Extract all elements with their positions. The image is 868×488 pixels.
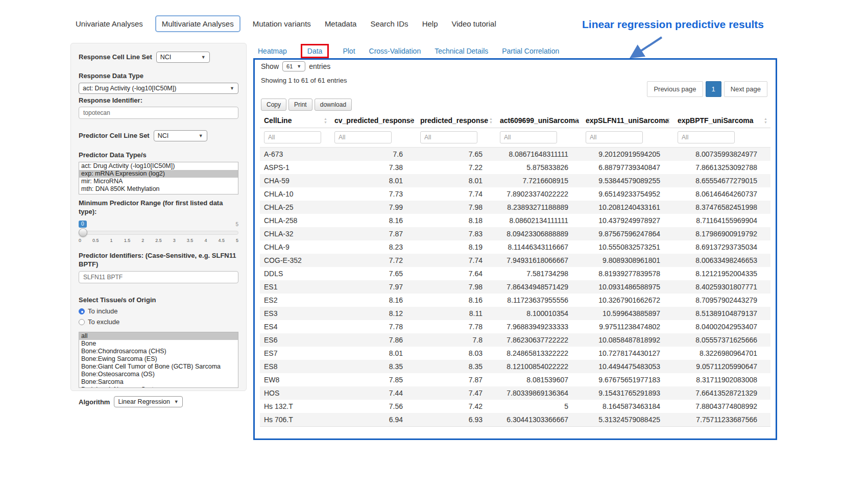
table-row[interactable]: HOS7.447.477.803398691363649.15431765291… <box>260 386 770 400</box>
tab-plot[interactable]: Plot <box>343 45 355 57</box>
download-button[interactable]: download <box>315 99 352 111</box>
column-header-cv-predicted-response[interactable]: cv_predicted_response▲▼ <box>330 113 416 128</box>
filter-input-act609699-unisarcoma[interactable] <box>500 131 557 143</box>
value-cell: 8.12100854022222 <box>496 360 582 373</box>
tissue-option-bone-sarcoma[interactable]: Bone:Sarcoma <box>79 378 238 386</box>
sort-icon[interactable]: ▲▼ <box>409 116 413 124</box>
tab-partial-correlation[interactable]: Partial Correlation <box>502 45 559 57</box>
predictor-type-option-mir-microrna[interactable]: mir: MicroRNA <box>79 178 238 185</box>
tab-cross-validation[interactable]: Cross-Validation <box>369 45 421 57</box>
slider-handle[interactable] <box>79 228 87 237</box>
page-1-button[interactable]: 1 <box>706 81 721 97</box>
tissue-option-bone-osteosarcoma-os[interactable]: Bone:Osteosarcoma (OS) <box>79 371 238 378</box>
table-row[interactable]: CHA-598.018.017.72166089159.538445790892… <box>260 174 770 187</box>
sort-icon[interactable]: ▲▼ <box>575 116 578 124</box>
nav-tab-search-ids[interactable]: Search IDs <box>369 16 409 32</box>
table-row[interactable]: CHLA-327.877.838.094233068888899.8756759… <box>260 227 770 240</box>
table-row[interactable]: Hs 132.T7.567.4258.16458734631847.880437… <box>260 400 770 413</box>
table-row[interactable]: CHLA-2588.168.188.0860213411111110.43792… <box>260 214 770 227</box>
table-row[interactable]: ES28.168.168.1172363795555610.3267901662… <box>260 294 770 307</box>
table-row[interactable]: EW87.857.878.0815396079.676756519771838.… <box>260 373 770 386</box>
table-row[interactable]: CHLA-98.238.198.1144634311666710.5550832… <box>260 240 770 254</box>
print-button[interactable]: Print <box>288 99 312 111</box>
filter-input-cv-predicted-response[interactable] <box>334 131 392 143</box>
column-header-act609699-unisarcoma[interactable]: act609699_uniSarcoma▲▼ <box>496 113 582 128</box>
filter-input-expbptf-unisarcoma[interactable] <box>678 131 735 143</box>
nav-tab-univariate-analyses[interactable]: Univariate Analyses <box>74 16 144 32</box>
column-header-cellline[interactable]: CellLine▲▼ <box>260 113 330 128</box>
table-row[interactable]: ES38.128.118.10001035410.5996438858978.5… <box>260 307 770 320</box>
column-header-expbptf-unisarcoma[interactable]: expBPTF_uniSarcoma▲▼ <box>673 113 770 128</box>
value-cell: 7.86434948571429 <box>496 280 582 294</box>
tab-technical-details[interactable]: Technical Details <box>435 45 488 57</box>
tissue-option-bone-chondrosarcoma-chs[interactable]: Bone:Chondrosarcoma (CHS) <box>79 348 238 355</box>
sort-icon[interactable]: ▲▼ <box>764 116 767 124</box>
table-row[interactable]: ES47.787.787.968839492333339.97511238474… <box>260 320 770 333</box>
tab-data[interactable]: Data <box>301 44 329 58</box>
tissue-include-radio[interactable]: To include <box>79 307 238 315</box>
chevron-down-icon: ▼ <box>297 64 301 69</box>
response-data-type-select[interactable]: act: Drug Activity (-log10[IC50M]) ▼ <box>79 83 238 94</box>
filter-input-cellline[interactable] <box>264 131 321 143</box>
tissue-option-all[interactable]: all <box>79 332 238 340</box>
value-cell: 7.66413528721329 <box>673 386 770 400</box>
filter-input-expslfn11-unisarcoma[interactable] <box>586 131 643 143</box>
sort-icon[interactable]: ▲▼ <box>667 116 670 124</box>
algorithm-select[interactable]: Linear Regression ▼ <box>114 396 182 407</box>
predictor-type-option-act-drug-activity-log10-ic50m[interactable]: act: Drug Activity (-log10[IC50M]) <box>79 162 238 170</box>
table-row[interactable]: DDLS7.657.647.5817342988.819392778395788… <box>260 267 770 280</box>
nav-tab-metadata[interactable]: Metadata <box>323 16 358 32</box>
sort-icon[interactable]: ▲▼ <box>324 116 327 124</box>
table-filter-row <box>260 128 770 148</box>
table-row[interactable]: ES17.977.987.8643494857142910.0931486588… <box>260 280 770 294</box>
cell-line-cell: HOS <box>260 386 330 400</box>
table-row[interactable]: CHLA-107.737.747.890233740222229.6514923… <box>260 187 770 201</box>
min-predictor-range-slider[interactable]: 0 5 00.511.522.533.544.55 <box>79 221 238 246</box>
table-row[interactable]: ES88.358.358.1210085402222210.4494475483… <box>260 360 770 373</box>
predictor-cell-line-set-select[interactable]: NCI ▼ <box>154 130 207 141</box>
table-row[interactable]: ES78.018.038.2486581332222210.7278174430… <box>260 347 770 360</box>
nav-tab-multivariate-analyses[interactable]: Multivariate Analyses <box>155 15 240 32</box>
table-row[interactable]: COG-E-3527.727.747.949316180666679.80893… <box>260 254 770 267</box>
showing-entries-text: Showing 1 to 61 of 61 entries <box>261 77 347 84</box>
next-page-button[interactable]: Next page <box>724 81 767 97</box>
table-row[interactable]: ES67.867.87.8623063772222210.08584878189… <box>260 333 770 347</box>
predictor-type-option-mth-dna-850k-methylation[interactable]: mth: DNA 850K Methylation <box>79 185 238 193</box>
tab-heatmap[interactable]: Heatmap <box>258 45 287 57</box>
column-header-predicted-response[interactable]: predicted_response▲▼ <box>416 113 496 128</box>
tissue-exclude-radio[interactable]: To exclude <box>79 318 238 326</box>
response-cell-line-set-select[interactable]: NCI ▼ <box>156 52 210 63</box>
nav-tab-help[interactable]: Help <box>421 16 440 32</box>
tissue-option-peripheral-nervous-system[interactable]: Peripheral_Nervous_System <box>79 386 238 388</box>
value-cell: 8.40259301807771 <box>673 280 770 294</box>
entries-select[interactable]: 61 ▼ <box>282 61 305 71</box>
column-header-expslfn11-unisarcoma[interactable]: expSLFN11_uniSarcoma▲▼ <box>582 113 673 128</box>
previous-page-button[interactable]: Previous page <box>647 81 703 97</box>
tissue-option-bone-ewing-sarcoma-es[interactable]: Bone:Ewing Sarcoma (ES) <box>79 355 238 363</box>
table-row[interactable]: ASPS-17.387.225.8758338266.8879773934084… <box>260 161 770 174</box>
slider-tick-label: 5 <box>236 238 238 243</box>
predictor-data-types-listbox[interactable]: act: Drug Activity (-log10[IC50M])exp: m… <box>79 162 238 194</box>
nav-tab-video-tutorial[interactable]: Video tutorial <box>450 16 497 32</box>
sort-icon[interactable]: ▲▼ <box>489 116 493 124</box>
response-identifier-input[interactable] <box>79 107 238 119</box>
copy-button[interactable]: Copy <box>261 99 286 111</box>
nav-tab-mutation-variants[interactable]: Mutation variants <box>251 16 312 32</box>
value-cell: 7.581734298 <box>496 267 582 280</box>
value-cell: 7.99 <box>330 201 416 214</box>
slider-track[interactable] <box>79 231 238 235</box>
table-row[interactable]: A-6737.67.658.086716483111119.2012091959… <box>260 148 770 161</box>
annotation-title: Linear regression predictive results <box>541 18 764 31</box>
tissue-option-bone[interactable]: Bone <box>79 340 238 348</box>
cell-line-cell: CHA-59 <box>260 174 330 187</box>
table-row[interactable]: Hs 706.T6.946.936.304413033666675.313245… <box>260 413 770 427</box>
tissue-option-bone-giant-cell-tumor-of-bone-gctb-sarcoma[interactable]: Bone:Giant Cell Tumor of Bone (GCTB) Sar… <box>79 363 238 371</box>
predictor-type-option-exp-mrna-expression-log2[interactable]: exp: mRNA Expression (log2) <box>79 170 238 178</box>
table-row[interactable]: CHLA-257.997.988.2389327118888910.208124… <box>260 201 770 214</box>
predictor-identifiers-input[interactable] <box>79 271 238 283</box>
results-table-wrap: CellLine▲▼cv_predicted_response▲▼predict… <box>260 113 770 427</box>
tissue-listbox[interactable]: allBoneBone:Chondrosarcoma (CHS)Bone:Ewi… <box>79 332 238 388</box>
filter-input-predicted-response[interactable] <box>420 131 477 143</box>
value-cell: 8.08602134111111 <box>496 214 582 227</box>
cell-line-cell: ES2 <box>260 294 330 307</box>
